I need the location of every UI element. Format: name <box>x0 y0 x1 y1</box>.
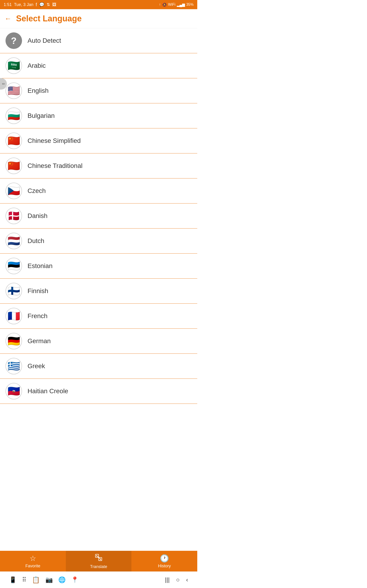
status-photo-icon: 🖼 <box>52 2 56 7</box>
status-fb-icon: f <box>35 2 37 7</box>
flag-et: 🇪🇪 <box>6 258 22 274</box>
language-list: ? Auto Detect 🇸🇦 Arabic 🇺🇸 English 🇧🇬 Bu… <box>0 28 197 404</box>
lang-name-zh-hant: Chinese Traditional <box>27 162 83 170</box>
status-battery: 35% <box>186 2 194 7</box>
status-mute-icon: 🔕 <box>162 2 167 7</box>
language-item-fi[interactable]: 🇫🇮 Finnish <box>0 279 197 304</box>
language-item-da[interactable]: 🇩🇰 Danish <box>0 204 197 229</box>
language-item-zh-hans[interactable]: 🇨🇳 Chinese Simplified <box>0 128 197 153</box>
flag-ar: 🇸🇦 <box>6 57 22 74</box>
flag-el: 🇬🇷 <box>6 358 22 374</box>
lang-name-bg: Bulgarian <box>27 112 55 120</box>
flag-zh-hant: 🇨🇳 <box>6 157 22 174</box>
status-time: 1:51 <box>4 2 12 7</box>
status-left: 1:51 Tue, 3 Jan f 💬 ⇅ 🖼 <box>4 2 56 7</box>
flag-fi: 🇫🇮 <box>6 283 22 299</box>
flag-en: 🇺🇸 <box>6 82 22 99</box>
lang-name-zh-hans: Chinese Simplified <box>27 137 81 145</box>
lang-name-ht: Haitian Creole <box>27 388 68 395</box>
language-item-en[interactable]: 🇺🇸 English <box>0 78 197 103</box>
status-signal-icon: ↑ <box>159 2 161 7</box>
flag-da: 🇩🇰 <box>6 208 22 224</box>
flag-cs: 🇨🇿 <box>6 183 22 199</box>
lang-name-fi: Finnish <box>27 287 48 295</box>
back-button[interactable]: ← <box>5 15 11 22</box>
language-item-cs[interactable]: 🇨🇿 Czech <box>0 179 197 204</box>
language-item-et[interactable]: 🇪🇪 Estonian <box>0 254 197 279</box>
auto-detect-icon: ? <box>6 32 22 49</box>
status-share-icon: ⇅ <box>47 2 50 7</box>
flag-zh-hans: 🇨🇳 <box>6 132 22 149</box>
language-item-el[interactable]: 🇬🇷 Greek <box>0 354 197 379</box>
lang-name-auto: Auto Detect <box>27 37 61 44</box>
status-date: Tue, 3 Jan <box>14 2 33 7</box>
status-signal-bars: ▂▄▆ <box>177 2 185 7</box>
lang-name-ar: Arabic <box>27 62 46 69</box>
lang-name-nl: Dutch <box>27 237 44 245</box>
lang-name-cs: Czech <box>27 187 46 195</box>
lang-name-fr: French <box>27 312 48 320</box>
language-item-fr[interactable]: 🇫🇷 French <box>0 304 197 329</box>
flag-ht: 🇭🇹 <box>6 383 22 399</box>
flag-fr: 🇫🇷 <box>6 308 22 324</box>
language-item-bg[interactable]: 🇧🇬 Bulgarian <box>0 103 197 128</box>
flag-nl: 🇳🇱 <box>6 233 22 249</box>
lang-name-da: Danish <box>27 212 48 220</box>
language-item-ht[interactable]: 🇭🇹 Haitian Creole <box>0 379 197 404</box>
status-bar: 1:51 Tue, 3 Jan f 💬 ⇅ 🖼 ↑ 🔕 WiFi ▂▄▆ 35% <box>0 0 197 9</box>
language-item-zh-hant[interactable]: 🇨🇳 Chinese Traditional <box>0 153 197 179</box>
status-wifi-icon: WiFi <box>168 2 175 7</box>
lang-name-en: English <box>27 87 49 95</box>
flag-bg: 🇧🇬 <box>6 107 22 124</box>
page-title: Select Language <box>16 14 82 23</box>
flag-de: 🇩🇪 <box>6 333 22 349</box>
page-header: ← Select Language <box>0 9 197 28</box>
language-list-container: ? Auto Detect 🇸🇦 Arabic 🇺🇸 English 🇧🇬 Bu… <box>0 28 197 442</box>
lang-name-et: Estonian <box>27 262 52 270</box>
lang-name-de: German <box>27 337 51 345</box>
language-item-nl[interactable]: 🇳🇱 Dutch <box>0 229 197 254</box>
language-item-auto[interactable]: ? Auto Detect <box>0 28 197 53</box>
status-right: ↑ 🔕 WiFi ▂▄▆ 35% <box>159 2 194 7</box>
language-item-de[interactable]: 🇩🇪 German <box>0 329 197 354</box>
status-msg-icon: 💬 <box>39 2 44 7</box>
scroll-icon: ✏ <box>2 82 5 86</box>
language-item-ar[interactable]: 🇸🇦 Arabic <box>0 53 197 78</box>
lang-name-el: Greek <box>27 363 45 370</box>
